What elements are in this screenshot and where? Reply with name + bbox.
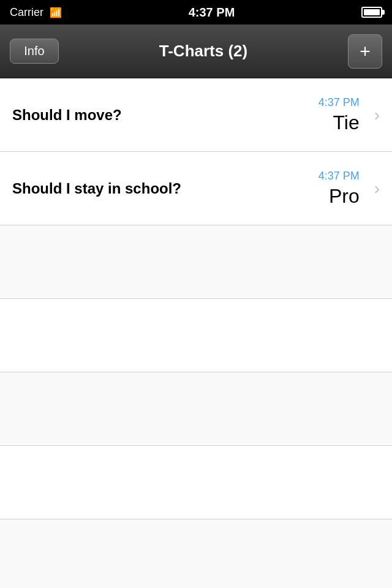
empty-row: [0, 299, 392, 372]
nav-bar: Info T-Charts (2) +: [0, 24, 392, 78]
battery-fill: [364, 9, 380, 15]
list-item-status: Pro: [329, 185, 360, 208]
list-item-right: 4:37 PM Tie: [318, 96, 360, 134]
chevron-right-icon: ›: [374, 105, 380, 125]
add-button[interactable]: +: [348, 34, 382, 69]
status-time: 4:37 PM: [189, 6, 235, 20]
list-item-time: 4:37 PM: [318, 96, 360, 109]
list-item[interactable]: Should I move? 4:37 PM Tie ›: [0, 78, 392, 152]
list-item-time: 4:37 PM: [318, 170, 360, 183]
empty-row: [0, 446, 392, 519]
empty-row: [0, 519, 392, 588]
list-item-status: Tie: [333, 111, 359, 134]
empty-row: [0, 225, 392, 299]
list-item-content: Should I stay in school?: [12, 180, 318, 197]
list-item-title: Should I move?: [12, 107, 122, 123]
list-item-right: 4:37 PM Pro: [318, 170, 360, 208]
status-bar: Carrier 📶 4:37 PM: [0, 0, 392, 24]
carrier-label: Carrier: [10, 6, 43, 19]
status-bar-left: Carrier 📶: [10, 6, 62, 19]
list-item-content: Should I move?: [12, 107, 318, 124]
nav-title: T-Charts (2): [59, 42, 348, 61]
chevron-right-icon: ›: [374, 179, 380, 198]
info-button[interactable]: Info: [10, 39, 59, 64]
list-item[interactable]: Should I stay in school? 4:37 PM Pro ›: [0, 152, 392, 225]
wifi-icon: 📶: [50, 7, 62, 18]
plus-icon: +: [360, 41, 371, 62]
empty-row: [0, 372, 392, 446]
list-item-title: Should I stay in school?: [12, 180, 181, 197]
list-container: Should I move? 4:37 PM Tie › Should I st…: [0, 78, 392, 588]
battery-icon: [361, 7, 382, 18]
